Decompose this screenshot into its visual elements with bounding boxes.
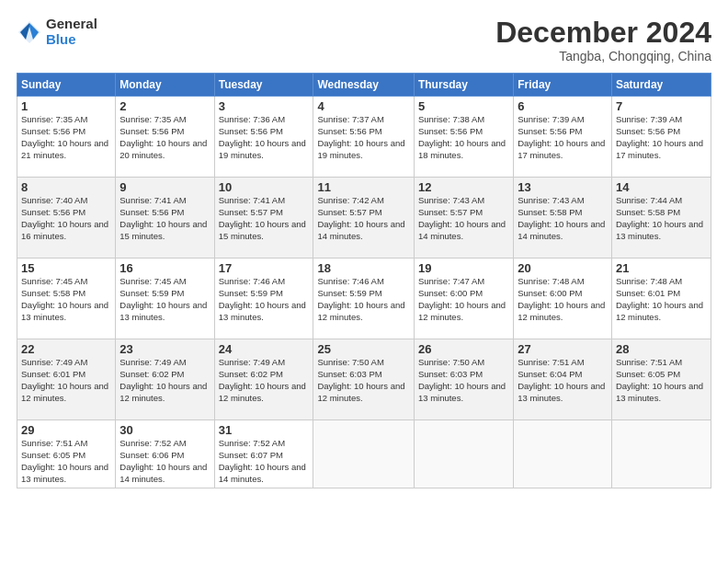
day-info: Sunrise: 7:43 AMSunset: 5:57 PMDaylight:… — [418, 195, 509, 242]
day-info: Sunrise: 7:39 AMSunset: 5:56 PMDaylight:… — [616, 114, 707, 161]
day-number: 31 — [219, 423, 310, 437]
logo-text: General Blue — [46, 17, 97, 47]
day-number: 25 — [317, 342, 409, 356]
logo-icon — [17, 19, 42, 45]
day-info: Sunrise: 7:47 AMSunset: 6:00 PMDaylight:… — [418, 276, 509, 323]
day-info: Sunrise: 7:51 AMSunset: 6:04 PMDaylight:… — [518, 357, 608, 404]
logo-blue-label: Blue — [46, 32, 97, 48]
day-info: Sunrise: 7:45 AMSunset: 5:59 PMDaylight:… — [119, 276, 210, 323]
day-info: Sunrise: 7:52 AMSunset: 6:06 PMDaylight:… — [119, 438, 210, 485]
day-info: Sunrise: 7:38 AMSunset: 5:56 PMDaylight:… — [418, 114, 509, 161]
day-info: Sunrise: 7:36 AMSunset: 5:56 PMDaylight:… — [219, 114, 310, 161]
header-sunday: Sunday — [17, 74, 116, 97]
calendar-cell: 22Sunrise: 7:49 AMSunset: 6:01 PMDayligh… — [17, 339, 116, 420]
day-number: 16 — [119, 261, 210, 275]
header-wednesday: Wednesday — [313, 74, 414, 97]
calendar-cell: 15Sunrise: 7:45 AMSunset: 5:58 PMDayligh… — [17, 259, 116, 339]
calendar-cell: 21Sunrise: 7:48 AMSunset: 6:01 PMDayligh… — [611, 259, 711, 339]
day-info: Sunrise: 7:48 AMSunset: 6:00 PMDaylight:… — [518, 276, 608, 323]
calendar-cell: 11Sunrise: 7:42 AMSunset: 5:57 PMDayligh… — [313, 178, 414, 259]
day-info: Sunrise: 7:37 AMSunset: 5:56 PMDaylight:… — [317, 114, 409, 161]
logo: General Blue — [17, 17, 97, 47]
day-number: 10 — [219, 180, 310, 194]
calendar-cell: 20Sunrise: 7:48 AMSunset: 6:00 PMDayligh… — [514, 259, 612, 339]
page-header: General Blue December 2024 Tangba, Chong… — [17, 17, 711, 63]
header-friday: Friday — [514, 74, 612, 97]
day-number: 4 — [317, 99, 409, 113]
day-number: 19 — [418, 261, 509, 275]
day-info: Sunrise: 7:41 AMSunset: 5:56 PMDaylight:… — [119, 195, 210, 242]
day-info: Sunrise: 7:52 AMSunset: 6:07 PMDaylight:… — [219, 438, 310, 485]
day-info: Sunrise: 7:42 AMSunset: 5:57 PMDaylight:… — [317, 195, 409, 242]
day-info: Sunrise: 7:50 AMSunset: 6:03 PMDaylight:… — [418, 357, 509, 404]
day-number: 30 — [119, 423, 210, 437]
calendar-cell — [414, 420, 513, 488]
day-info: Sunrise: 7:46 AMSunset: 5:59 PMDaylight:… — [317, 276, 409, 323]
calendar-cell: 9Sunrise: 7:41 AMSunset: 5:56 PMDaylight… — [116, 178, 214, 259]
subtitle: Tangba, Chongqing, China — [495, 49, 711, 63]
calendar-cell: 25Sunrise: 7:50 AMSunset: 6:03 PMDayligh… — [313, 339, 414, 420]
day-info: Sunrise: 7:48 AMSunset: 6:01 PMDaylight:… — [616, 276, 707, 323]
calendar-cell: 12Sunrise: 7:43 AMSunset: 5:57 PMDayligh… — [414, 178, 513, 259]
calendar-cell: 13Sunrise: 7:43 AMSunset: 5:58 PMDayligh… — [514, 178, 612, 259]
day-number: 23 — [119, 342, 210, 356]
calendar-cell: 23Sunrise: 7:49 AMSunset: 6:02 PMDayligh… — [116, 339, 214, 420]
calendar-cell: 26Sunrise: 7:50 AMSunset: 6:03 PMDayligh… — [414, 339, 513, 420]
calendar-table: Sunday Monday Tuesday Wednesday Thursday… — [17, 73, 711, 488]
day-number: 12 — [418, 180, 509, 194]
day-info: Sunrise: 7:43 AMSunset: 5:58 PMDaylight:… — [518, 195, 608, 242]
calendar-cell — [611, 420, 711, 488]
calendar-header-row: Sunday Monday Tuesday Wednesday Thursday… — [17, 74, 711, 97]
calendar-cell: 27Sunrise: 7:51 AMSunset: 6:04 PMDayligh… — [514, 339, 612, 420]
calendar-cell: 2Sunrise: 7:35 AMSunset: 5:56 PMDaylight… — [116, 97, 214, 178]
day-info: Sunrise: 7:49 AMSunset: 6:01 PMDaylight:… — [21, 357, 111, 404]
day-info: Sunrise: 7:35 AMSunset: 5:56 PMDaylight:… — [21, 114, 111, 161]
day-number: 21 — [616, 261, 707, 275]
day-info: Sunrise: 7:40 AMSunset: 5:56 PMDaylight:… — [21, 195, 111, 242]
calendar-cell: 19Sunrise: 7:47 AMSunset: 6:00 PMDayligh… — [414, 259, 513, 339]
calendar-cell: 29Sunrise: 7:51 AMSunset: 6:05 PMDayligh… — [17, 420, 116, 488]
day-info: Sunrise: 7:39 AMSunset: 5:56 PMDaylight:… — [518, 114, 608, 161]
day-number: 2 — [119, 99, 210, 113]
title-block: December 2024 Tangba, Chongqing, China — [495, 17, 711, 63]
calendar-cell: 3Sunrise: 7:36 AMSunset: 5:56 PMDaylight… — [214, 97, 313, 178]
calendar-cell: 14Sunrise: 7:44 AMSunset: 5:58 PMDayligh… — [611, 178, 711, 259]
calendar-cell: 4Sunrise: 7:37 AMSunset: 5:56 PMDaylight… — [313, 97, 414, 178]
day-number: 28 — [616, 342, 707, 356]
calendar-cell: 6Sunrise: 7:39 AMSunset: 5:56 PMDaylight… — [514, 97, 612, 178]
day-info: Sunrise: 7:44 AMSunset: 5:58 PMDaylight:… — [616, 195, 707, 242]
calendar-cell: 5Sunrise: 7:38 AMSunset: 5:56 PMDaylight… — [414, 97, 513, 178]
day-info: Sunrise: 7:45 AMSunset: 5:58 PMDaylight:… — [21, 276, 111, 323]
calendar-cell — [514, 420, 612, 488]
calendar-cell: 1Sunrise: 7:35 AMSunset: 5:56 PMDaylight… — [17, 97, 116, 178]
calendar-cell: 16Sunrise: 7:45 AMSunset: 5:59 PMDayligh… — [116, 259, 214, 339]
calendar-cell: 24Sunrise: 7:49 AMSunset: 6:02 PMDayligh… — [214, 339, 313, 420]
day-number: 20 — [518, 261, 608, 275]
day-number: 18 — [317, 261, 409, 275]
day-info: Sunrise: 7:50 AMSunset: 6:03 PMDaylight:… — [317, 357, 409, 404]
day-info: Sunrise: 7:49 AMSunset: 6:02 PMDaylight:… — [219, 357, 310, 404]
day-number: 3 — [219, 99, 310, 113]
header-thursday: Thursday — [414, 74, 513, 97]
calendar-cell — [313, 420, 414, 488]
day-number: 26 — [418, 342, 509, 356]
day-number: 8 — [21, 180, 111, 194]
calendar-cell: 8Sunrise: 7:40 AMSunset: 5:56 PMDaylight… — [17, 178, 116, 259]
day-info: Sunrise: 7:41 AMSunset: 5:57 PMDaylight:… — [219, 195, 310, 242]
calendar-cell: 7Sunrise: 7:39 AMSunset: 5:56 PMDaylight… — [611, 97, 711, 178]
day-number: 11 — [317, 180, 409, 194]
header-monday: Monday — [116, 74, 214, 97]
calendar-cell: 31Sunrise: 7:52 AMSunset: 6:07 PMDayligh… — [214, 420, 313, 488]
day-number: 7 — [616, 99, 707, 113]
day-info: Sunrise: 7:49 AMSunset: 6:02 PMDaylight:… — [119, 357, 210, 404]
calendar-cell: 28Sunrise: 7:51 AMSunset: 6:05 PMDayligh… — [611, 339, 711, 420]
calendar-cell: 18Sunrise: 7:46 AMSunset: 5:59 PMDayligh… — [313, 259, 414, 339]
day-number: 9 — [119, 180, 210, 194]
header-tuesday: Tuesday — [214, 74, 313, 97]
day-number: 6 — [518, 99, 608, 113]
day-info: Sunrise: 7:51 AMSunset: 6:05 PMDaylight:… — [616, 357, 707, 404]
main-title: December 2024 — [495, 17, 711, 49]
logo-general-label: General — [46, 17, 97, 32]
day-info: Sunrise: 7:35 AMSunset: 5:56 PMDaylight:… — [119, 114, 210, 161]
calendar-cell: 10Sunrise: 7:41 AMSunset: 5:57 PMDayligh… — [214, 178, 313, 259]
